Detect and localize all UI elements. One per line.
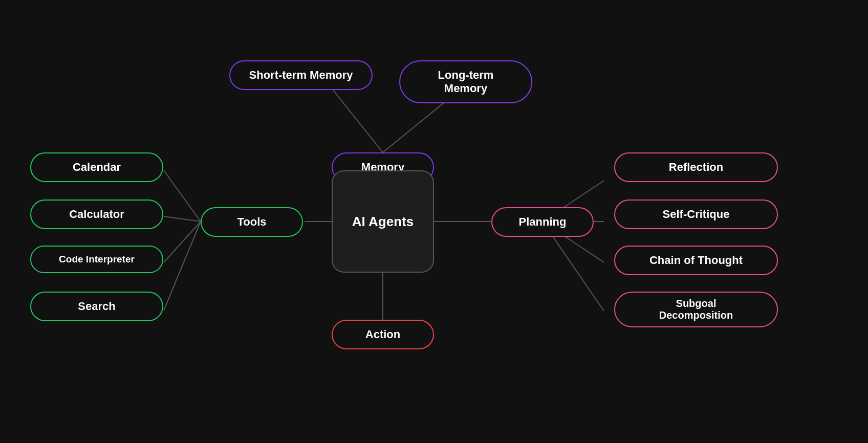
svg-line-9 bbox=[164, 221, 201, 311]
short-term-memory-node: Short-term Memory bbox=[229, 60, 373, 90]
planning-node: Planning bbox=[491, 207, 594, 237]
svg-line-8 bbox=[164, 221, 201, 262]
self-critique-node: Self-Critique bbox=[614, 200, 778, 229]
reflection-node: Reflection bbox=[614, 152, 778, 182]
chain-of-thought-node: Chain of Thought bbox=[614, 246, 778, 275]
ai-agents-node: AI Agents bbox=[332, 170, 434, 273]
svg-line-6 bbox=[164, 170, 201, 221]
calculator-node: Calculator bbox=[30, 200, 163, 229]
subgoal-decomposition-node: Subgoal Decomposition bbox=[614, 292, 778, 327]
svg-line-7 bbox=[164, 216, 201, 221]
diagram-container: Short-term Memory Long-term Memory Memor… bbox=[0, 0, 868, 443]
tools-node: Tools bbox=[201, 207, 303, 237]
long-term-memory-node: Long-term Memory bbox=[399, 60, 532, 103]
action-node: Action bbox=[332, 320, 434, 349]
calendar-node: Calendar bbox=[30, 152, 163, 182]
search-node: Search bbox=[30, 292, 163, 321]
code-interpreter-node: Code Interpreter bbox=[30, 246, 163, 273]
